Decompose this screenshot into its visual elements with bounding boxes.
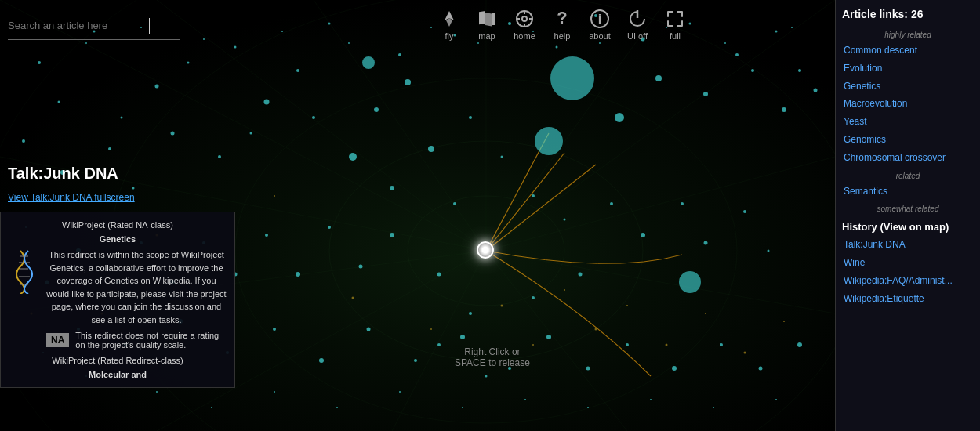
svg-point-133: [599, 42, 601, 44]
link-chromosomal-crossover[interactable]: Chromosomal crossover: [842, 149, 974, 167]
svg-text:i: i: [598, 13, 601, 26]
svg-point-125: [85, 42, 87, 44]
svg-point-38: [22, 139, 25, 143]
link-semantics[interactable]: Semantics: [842, 183, 974, 201]
svg-point-22: [38, 61, 41, 64]
svg-point-77: [273, 328, 276, 331]
about-button[interactable]: i about: [589, 8, 611, 41]
svg-point-42: [171, 132, 175, 136]
svg-point-37: [798, 69, 801, 72]
wiki-project1-header: WikiProject (Rated NA-class): [9, 220, 227, 230]
svg-point-141: [501, 305, 503, 307]
svg-point-45: [405, 79, 411, 85]
help-button[interactable]: ? help: [551, 8, 573, 41]
svg-point-64: [296, 272, 300, 277]
svg-point-26: [296, 69, 299, 72]
svg-point-101: [704, 241, 708, 245]
link-genomics[interactable]: Genomics: [842, 131, 974, 149]
link-evolution[interactable]: Evolution: [842, 60, 974, 78]
svg-point-50: [535, 127, 563, 155]
svg-point-63: [328, 226, 331, 229]
svg-point-128: [281, 31, 283, 32]
history-link-etiquette[interactable]: Wikipedia:Etiquette: [842, 290, 974, 308]
fly-label: fly: [445, 31, 454, 41]
svg-rect-155: [492, 13, 495, 25]
svg-point-142: [532, 344, 534, 346]
svg-point-60: [453, 202, 456, 205]
history-link-faq[interactable]: Wikipedia:FAQ/Administ...: [842, 272, 974, 290]
search-bar[interactable]: [8, 12, 180, 40]
help-label: help: [554, 31, 571, 41]
svg-point-58: [390, 186, 394, 190]
svg-point-35: [735, 53, 739, 56]
search-input[interactable]: [8, 20, 149, 31]
history-link-wine[interactable]: Wine: [842, 254, 974, 272]
svg-point-146: [666, 344, 668, 346]
svg-point-131: [477, 42, 479, 44]
svg-point-93: [250, 132, 252, 135]
sidebar-title: Article links: 26: [842, 8, 974, 24]
link-macroevolution[interactable]: Macroevolution: [842, 95, 974, 113]
svg-point-116: [274, 391, 275, 393]
svg-point-49: [550, 56, 594, 100]
highly-related-label: highly related: [842, 31, 974, 39]
svg-point-94: [469, 116, 472, 119]
svg-text:?: ?: [557, 8, 567, 27]
wiki-project1-title: Genetics: [9, 234, 227, 244]
map-button[interactable]: map: [476, 8, 498, 41]
svg-point-57: [349, 153, 357, 161]
svg-point-115: [211, 407, 212, 408]
svg-point-127: [203, 38, 205, 40]
svg-point-135: [724, 42, 726, 44]
link-genetics[interactable]: Genetics: [842, 78, 974, 96]
svg-point-144: [595, 328, 597, 331]
svg-point-108: [532, 296, 535, 299]
svg-point-56: [814, 89, 818, 92]
related-label: related: [842, 172, 974, 180]
visualization-area[interactable]: fly map home: [0, 0, 835, 431]
fullscreen-button[interactable]: full: [664, 8, 686, 41]
article-fullscreen-link[interactable]: View Talk:Junk DNA fullscreen: [8, 192, 135, 203]
search-cursor: [149, 18, 150, 34]
svg-point-145: [626, 305, 628, 306]
rating-note: This redirect does not require a rating …: [75, 331, 227, 350]
wiki-project1-body: This redirect is within the scope of Wik…: [46, 248, 227, 326]
svg-point-139: [352, 297, 354, 299]
svg-point-24: [155, 85, 159, 89]
article-title: Talk:Junk DNA: [8, 165, 118, 183]
somewhat-related-label: somewhat related: [842, 205, 974, 213]
home-button[interactable]: home: [514, 8, 535, 41]
wiki-project1-rating: NA This redirect does not require a rati…: [46, 331, 227, 350]
svg-point-96: [532, 194, 535, 197]
svg-point-107: [485, 375, 488, 378]
svg-point-28: [398, 53, 401, 56]
svg-point-25: [234, 46, 237, 49]
svg-point-79: [367, 328, 371, 331]
svg-point-36: [775, 31, 778, 33]
hint-line1: Right Click or: [455, 346, 530, 357]
svg-point-90: [58, 101, 60, 103]
svg-point-46: [374, 107, 379, 112]
link-common-descent[interactable]: Common descent: [842, 42, 974, 60]
fly-button[interactable]: fly: [438, 8, 460, 41]
svg-point-138: [274, 195, 275, 197]
svg-point-31: [556, 46, 558, 49]
svg-point-100: [681, 202, 684, 205]
home-label: home: [514, 31, 535, 41]
svg-point-158: [523, 17, 526, 20]
info-panel: WikiProject (Rated NA-class) Genetics Th…: [0, 212, 235, 388]
svg-point-123: [713, 407, 714, 408]
svg-point-102: [743, 210, 746, 213]
svg-point-92: [187, 62, 190, 64]
history-link-junk-dna[interactable]: Talk:Junk DNA: [842, 236, 974, 254]
wiki-project2-header: WikiProject (Rated Redirect-class): [9, 356, 227, 365]
svg-point-119: [462, 407, 463, 408]
svg-point-85: [626, 343, 629, 346]
svg-point-51: [615, 113, 624, 122]
svg-rect-154: [485, 13, 492, 26]
svg-point-140: [430, 328, 432, 330]
link-yeast[interactable]: Yeast: [842, 113, 974, 131]
ui-off-button[interactable]: UI off: [626, 8, 648, 41]
svg-rect-153: [479, 11, 485, 24]
svg-point-149: [783, 321, 785, 322]
